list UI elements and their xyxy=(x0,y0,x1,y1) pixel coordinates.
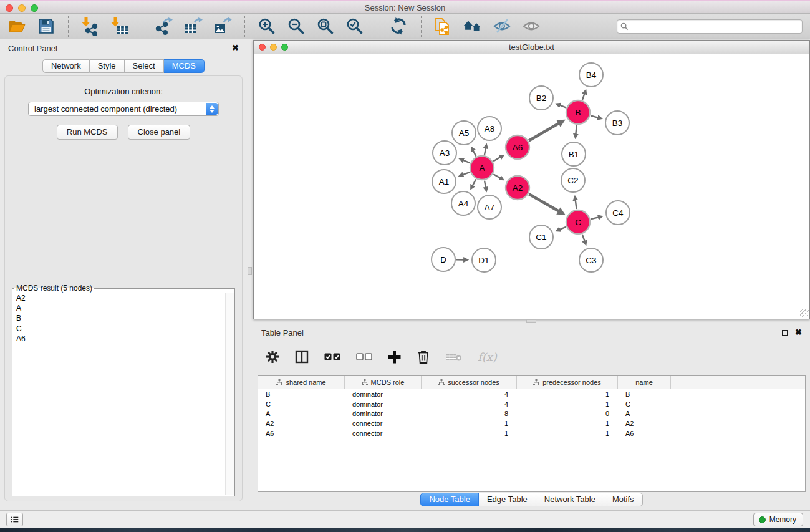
table-cell[interactable]: connector xyxy=(345,430,422,437)
table-cell[interactable]: 1 xyxy=(422,420,517,427)
node-B1[interactable]: B1 xyxy=(562,142,586,166)
vertical-splitter[interactable] xyxy=(247,39,253,510)
column-header-successor-nodes[interactable]: successor nodes xyxy=(422,376,517,389)
node-C4[interactable]: C4 xyxy=(606,201,630,225)
edge-A2-C[interactable] xyxy=(529,194,559,211)
edge-C-C2[interactable] xyxy=(576,200,577,209)
table-cell[interactable]: 1 xyxy=(517,400,618,408)
tab-style[interactable]: Style xyxy=(90,59,125,73)
mcds-result-item[interactable]: A6 xyxy=(13,334,234,344)
run-mcds-button[interactable]: Run MCDS xyxy=(57,125,118,140)
node-A2[interactable]: A2 xyxy=(506,176,529,200)
table-cell[interactable]: C xyxy=(618,400,671,408)
column-header-MCDS-role[interactable]: MCDS role xyxy=(345,376,422,389)
table-row[interactable]: A2connector11A2 xyxy=(258,418,805,428)
table-cell[interactable]: 0 xyxy=(517,410,618,417)
zoom-selected-button[interactable] xyxy=(345,17,364,36)
table-row[interactable]: A6connector11A6 xyxy=(258,428,805,438)
create-column-button[interactable] xyxy=(388,351,401,364)
tab-motifs[interactable]: Motifs xyxy=(604,493,643,506)
node-A1[interactable]: A1 xyxy=(432,170,456,193)
edge-B-B1[interactable] xyxy=(576,125,576,134)
refresh-button[interactable] xyxy=(390,17,408,36)
zoom-fit-button[interactable] xyxy=(316,17,335,36)
table-cell[interactable]: C xyxy=(258,400,345,408)
task-history-button[interactable] xyxy=(6,513,23,526)
import-network-button[interactable] xyxy=(81,17,100,36)
optimization-criterion-select[interactable]: largest connected component (directed) xyxy=(28,102,219,116)
node-B2[interactable]: B2 xyxy=(529,86,553,110)
node-B3[interactable]: B3 xyxy=(605,111,629,135)
node-A8[interactable]: A8 xyxy=(478,117,501,140)
mcds-result-item[interactable]: A2 xyxy=(13,293,234,303)
horizontal-splitter[interactable] xyxy=(253,319,810,324)
table-row[interactable]: Adominator80A xyxy=(258,409,805,418)
edge-B-B2[interactable] xyxy=(560,105,566,108)
tab-edge-table[interactable]: Edge Table xyxy=(479,493,536,506)
table-cell[interactable]: 1 xyxy=(517,430,618,437)
table-cell[interactable]: dominator xyxy=(345,390,422,398)
table-cell[interactable]: 8 xyxy=(422,410,517,417)
memory-status-button[interactable]: Memory xyxy=(753,513,803,526)
table-cell[interactable]: A2 xyxy=(258,420,345,427)
splitter-grip[interactable] xyxy=(248,267,252,275)
open-session-button[interactable] xyxy=(7,17,26,36)
network-canvas[interactable]: B4B2BB3A8A5A6A3B1AC2A1A2A4A7C4CC1C3DD1 xyxy=(254,54,809,318)
mcds-list-scrollbar[interactable] xyxy=(225,293,234,495)
edge-A-A1[interactable] xyxy=(463,172,470,175)
table-cell[interactable]: dominator xyxy=(345,410,422,417)
node-B4[interactable]: B4 xyxy=(579,63,603,87)
table-cell[interactable]: A xyxy=(258,410,345,417)
node-C2[interactable]: C2 xyxy=(561,168,585,192)
table-row[interactable]: Bdominator41B xyxy=(258,389,805,399)
column-header-shared-name[interactable]: shared name xyxy=(258,376,345,389)
edge-B-B4[interactable] xyxy=(582,94,584,100)
table-cell[interactable]: connector xyxy=(345,420,422,427)
node-A3[interactable]: A3 xyxy=(433,141,456,165)
edge-A-A3[interactable] xyxy=(463,160,470,163)
column-header-predecessor-nodes[interactable]: predecessor nodes xyxy=(517,376,618,389)
node-A7[interactable]: A7 xyxy=(478,195,501,219)
edge-A-A4[interactable] xyxy=(473,180,476,186)
network-from-document-button[interactable] xyxy=(434,17,453,36)
mcds-result-item[interactable]: A xyxy=(13,303,234,313)
search-input[interactable] xyxy=(631,21,799,32)
close-panel-icon[interactable]: ✖ xyxy=(795,329,802,336)
table-cell[interactable]: A xyxy=(618,410,671,417)
delete-column-button[interactable] xyxy=(417,349,430,364)
float-panel-icon[interactable] xyxy=(219,46,224,51)
node-C[interactable]: C xyxy=(566,210,590,234)
tab-network[interactable]: Network xyxy=(42,59,90,73)
table-settings-button[interactable] xyxy=(266,350,279,364)
column-header-name[interactable]: name xyxy=(618,376,671,389)
splitter-grip[interactable] xyxy=(526,319,536,323)
edge-A6-B[interactable] xyxy=(529,123,559,140)
mcds-result-list[interactable]: A2ABCA6 xyxy=(13,293,234,493)
export-image-button[interactable] xyxy=(213,17,232,36)
save-session-button[interactable] xyxy=(37,17,55,36)
table-cell[interactable]: 1 xyxy=(517,420,618,427)
table-row[interactable]: Cdominator41C xyxy=(258,399,805,409)
mcds-result-item[interactable]: B xyxy=(13,313,234,323)
window-resize-grip[interactable] xyxy=(800,309,809,317)
edge-C-C4[interactable] xyxy=(591,217,598,219)
table-cell[interactable]: B xyxy=(258,390,345,398)
table-cell[interactable]: 1 xyxy=(517,390,618,398)
tab-select[interactable]: Select xyxy=(125,59,164,73)
edge-C-C3[interactable] xyxy=(582,235,585,241)
node-A6[interactable]: A6 xyxy=(506,135,529,159)
node-B[interactable]: B xyxy=(566,100,590,124)
close-panel-icon[interactable]: ✖ xyxy=(232,45,239,51)
table-cell[interactable]: A6 xyxy=(258,430,345,437)
edge-B-B3[interactable] xyxy=(591,115,598,117)
export-table-button[interactable] xyxy=(184,17,203,36)
tab-mcds[interactable]: MCDS xyxy=(164,59,205,73)
table-cell[interactable]: A6 xyxy=(618,430,671,437)
table-cell[interactable]: 4 xyxy=(422,400,517,408)
edge-A-A2[interactable] xyxy=(493,174,500,178)
edge-A-A6[interactable] xyxy=(493,157,500,161)
edge-A-A8[interactable] xyxy=(485,148,486,155)
table-cell[interactable]: B xyxy=(618,390,671,398)
zoom-out-button[interactable] xyxy=(287,17,306,36)
tab-node-table[interactable]: Node Table xyxy=(420,493,479,506)
